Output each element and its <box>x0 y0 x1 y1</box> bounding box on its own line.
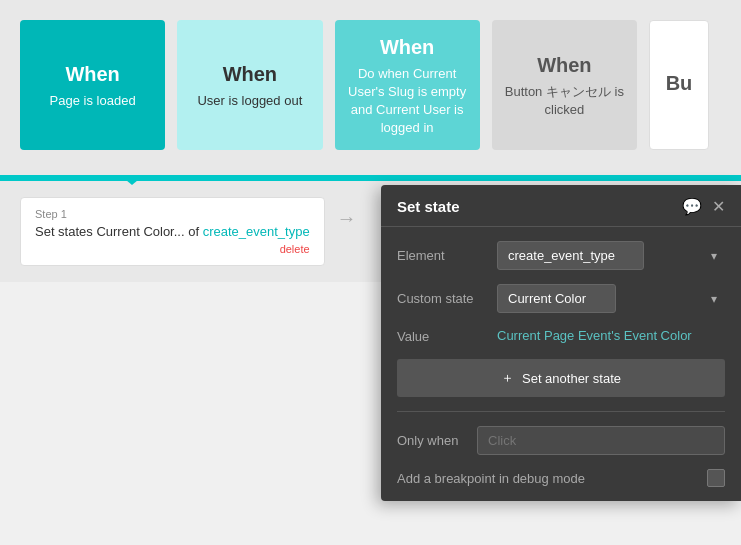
custom-state-select[interactable]: Current Color <box>497 284 616 313</box>
value-label: Value <box>397 329 497 344</box>
card-2-title: When <box>223 60 277 88</box>
breakpoint-label: Add a breakpoint in debug mode <box>397 471 585 486</box>
set-state-modal: Set state 💬 ✕ Element create_event_type … <box>381 185 741 501</box>
element-label: Element <box>397 248 497 263</box>
modal-divider <box>397 411 725 412</box>
card-1-subtitle: Page is loaded <box>50 92 136 110</box>
step-label: Step 1 <box>35 208 310 220</box>
only-when-input[interactable] <box>477 426 725 455</box>
card-2-subtitle: User is logged out <box>197 92 302 110</box>
modal-title: Set state <box>397 198 460 215</box>
step-arrow: → <box>337 207 357 230</box>
step-content: Set states Current Color... of create_ev… <box>35 224 310 239</box>
cards-area: When Page is loaded When User is logged … <box>0 0 741 175</box>
element-select[interactable]: create_event_type <box>497 241 644 270</box>
divider-line <box>0 175 741 181</box>
modal-header: Set state 💬 ✕ <box>381 185 741 227</box>
value-text[interactable]: Current Page Event's Event Color <box>497 327 725 345</box>
element-row: Element create_event_type <box>397 241 725 270</box>
modal-body: Element create_event_type Custom state C… <box>381 227 741 501</box>
card-button-clicked[interactable]: When Button キャンセル is clicked <box>492 20 637 150</box>
divider-arrow <box>120 175 144 185</box>
custom-state-row: Custom state Current Color <box>397 284 725 313</box>
custom-state-select-wrapper: Current Color <box>497 284 725 313</box>
only-when-label: Only when <box>397 433 477 448</box>
card-3-title: When <box>380 33 434 61</box>
card-slug-empty[interactable]: When Do when Current User's Slug is empt… <box>335 20 480 150</box>
step-delete[interactable]: delete <box>35 243 310 255</box>
card-4-subtitle: Button キャンセル is clicked <box>504 83 625 119</box>
set-another-state-button[interactable]: ＋ Set another state <box>397 359 725 397</box>
step-box: Step 1 Set states Current Color... of cr… <box>20 197 325 266</box>
card-4-title: When <box>537 51 591 79</box>
breakpoint-row: Add a breakpoint in debug mode <box>397 469 725 487</box>
set-another-label: Set another state <box>522 371 621 386</box>
step-content-highlight: create_event_type <box>203 224 310 239</box>
card-3-subtitle: Do when Current User's Slug is empty and… <box>347 65 468 138</box>
card-5-title: Bu <box>666 69 693 97</box>
step-content-prefix: Set states Current Color... of <box>35 224 203 239</box>
plus-icon: ＋ <box>501 369 514 387</box>
modal-header-icons: 💬 ✕ <box>682 197 725 216</box>
card-user-logged-out[interactable]: When User is logged out <box>177 20 322 150</box>
comment-icon[interactable]: 💬 <box>682 197 702 216</box>
element-select-wrapper: create_event_type <box>497 241 725 270</box>
card-1-title: When <box>65 60 119 88</box>
only-when-row: Only when <box>397 426 725 455</box>
breakpoint-toggle[interactable] <box>707 469 725 487</box>
value-row: Value Current Page Event's Event Color <box>397 327 725 345</box>
close-icon[interactable]: ✕ <box>712 197 725 216</box>
custom-state-label: Custom state <box>397 291 497 306</box>
card-partial[interactable]: Bu <box>649 20 709 150</box>
card-page-loaded[interactable]: When Page is loaded <box>20 20 165 150</box>
